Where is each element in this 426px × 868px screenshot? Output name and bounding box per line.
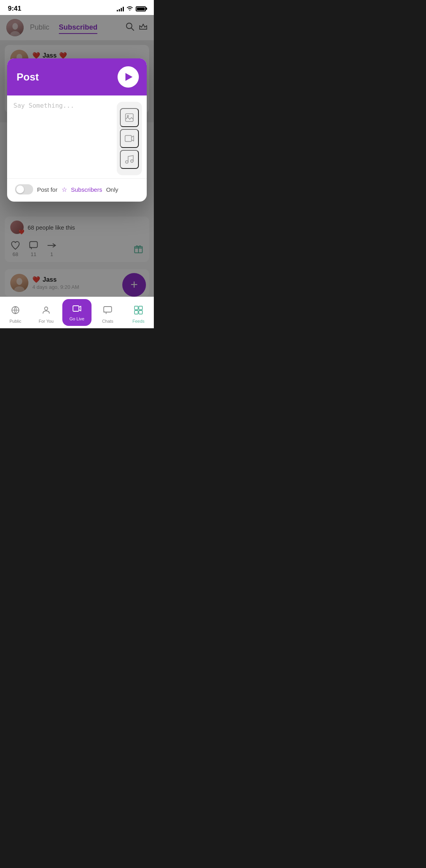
modal-body: [7, 95, 147, 175]
main-content: Public Subscribed: [0, 15, 154, 328]
nav-public-label: Public: [9, 319, 21, 324]
bottom-nav: Public For You Go Live: [0, 297, 154, 328]
modal-footer: Post for ☆ Subscribers Only: [7, 178, 147, 202]
svg-rect-23: [135, 311, 138, 314]
video-icon: [124, 133, 135, 144]
send-button[interactable]: [118, 66, 139, 88]
wifi-icon: [126, 6, 133, 12]
nav-for-you[interactable]: For You: [31, 302, 62, 324]
nav-go-live[interactable]: Go Live: [62, 296, 92, 329]
post-text-input[interactable]: [13, 102, 110, 165]
only-label: Only: [106, 186, 118, 193]
music-tool-button[interactable]: [120, 150, 139, 169]
video-tool-button[interactable]: [120, 129, 139, 148]
post-modal: Post: [7, 58, 147, 202]
sidebar-divider-2: [119, 149, 139, 149]
for-you-icon: [41, 305, 51, 317]
svg-rect-20: [104, 307, 112, 312]
star-icon: ☆: [62, 186, 67, 193]
svg-point-10: [125, 161, 128, 163]
nav-go-live-label: Go Live: [69, 316, 84, 321]
modal-header: Post: [7, 58, 147, 95]
status-icons: [117, 6, 146, 12]
status-bar: 9:41: [0, 0, 154, 15]
svg-point-8: [127, 116, 129, 117]
svg-point-11: [131, 160, 133, 163]
nav-feeds-label: Feeds: [133, 319, 145, 324]
modal-sidebar: [117, 102, 142, 175]
image-icon: [124, 112, 135, 123]
nav-chats[interactable]: Chats: [92, 302, 123, 324]
svg-point-18: [45, 307, 48, 310]
toggle-text: Post for: [37, 186, 58, 193]
signal-icon: [117, 6, 124, 11]
sidebar-divider-1: [119, 128, 139, 128]
svg-rect-9: [125, 135, 131, 141]
textarea-wrap: [7, 102, 117, 175]
svg-rect-22: [139, 306, 142, 310]
nav-for-you-label: For You: [39, 319, 54, 324]
toggle-knob: [16, 185, 24, 193]
send-arrow-icon: [125, 73, 133, 81]
battery-icon: [136, 6, 146, 11]
public-icon: [11, 305, 20, 317]
subscriber-toggle[interactable]: [15, 184, 33, 195]
nav-feeds[interactable]: Feeds: [123, 302, 154, 324]
svg-rect-7: [125, 114, 133, 122]
go-live-btn[interactable]: Go Live: [62, 299, 92, 326]
modal-title: Post: [17, 71, 39, 83]
feeds-icon: [134, 305, 143, 317]
subscribers-label: Subscribers: [71, 186, 102, 193]
svg-rect-21: [135, 306, 138, 310]
status-time: 9:41: [8, 5, 21, 13]
go-live-icon: [72, 304, 82, 316]
chats-icon: [103, 305, 112, 317]
nav-public[interactable]: Public: [0, 302, 31, 324]
svg-rect-24: [139, 311, 142, 314]
nav-chats-label: Chats: [102, 319, 114, 324]
image-tool-button[interactable]: [120, 108, 139, 127]
svg-rect-19: [73, 306, 79, 311]
music-icon: [124, 154, 135, 165]
